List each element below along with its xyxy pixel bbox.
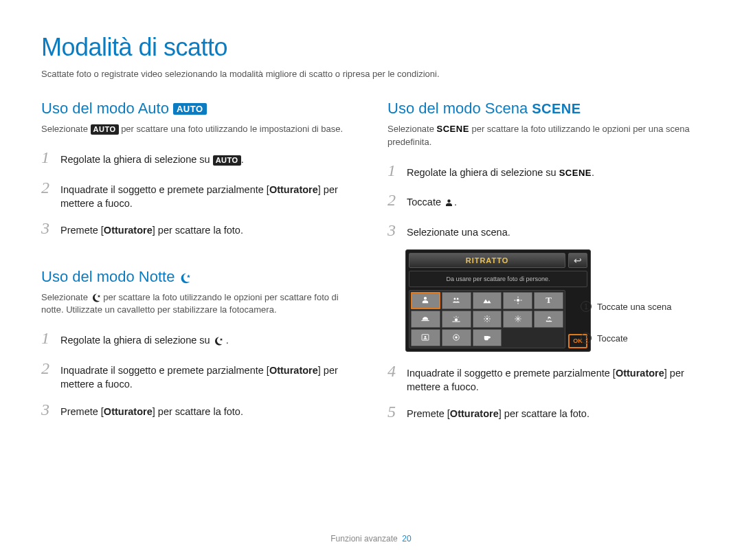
- step-text: Regolate la ghiera di selezione su AUTO.: [60, 153, 355, 166]
- scene-cell-landscape[interactable]: [473, 292, 502, 309]
- callout-2-text: Toccate: [597, 333, 628, 344]
- svg-rect-12: [453, 322, 460, 322]
- scene-cell-selfshot[interactable]: [411, 329, 440, 346]
- auto-badge-sm-icon: AUTO: [213, 155, 241, 166]
- callout-2-icon: 2: [581, 333, 592, 344]
- scene-cell-fireworks[interactable]: [503, 311, 532, 328]
- step-text: Inquadrate il soggetto e premete parzial…: [60, 363, 355, 392]
- scene-badge-sm-icon: SCENE: [437, 124, 469, 134]
- scene-cell-cafe[interactable]: [473, 329, 502, 346]
- svg-point-3: [454, 298, 456, 300]
- step-text: Toccate .: [407, 195, 701, 209]
- steps-scena-b: 4 Inquadrate il soggetto e premete parzi…: [387, 360, 701, 424]
- svg-point-11: [455, 318, 458, 321]
- svg-line-28: [518, 319, 521, 322]
- svg-marker-2: [219, 338, 223, 341]
- svg-line-14: [454, 317, 455, 317]
- footer: Funzioni avanzate 20: [0, 534, 742, 544]
- step-text: Premete [Otturatore] per scattare la fot…: [60, 223, 355, 237]
- lcd-callouts: 1Toccate una scena 2Toccate: [581, 301, 671, 364]
- desc-auto: Selezionate AUTO per scattare una foto u…: [41, 123, 355, 135]
- desc-scena: Selezionate SCENE per scattare la foto u…: [387, 123, 701, 148]
- steps-scena-a: 1 Regolate la ghiera di selezione su SCE…: [387, 159, 701, 243]
- scene-cell-children[interactable]: [442, 292, 471, 309]
- svg-point-36: [455, 336, 458, 339]
- night-moon-icon: [179, 271, 191, 283]
- step-text: Premete [Otturatore] per scattare la fot…: [60, 405, 355, 418]
- scene-cell-food[interactable]: [442, 329, 471, 346]
- svg-rect-10: [422, 320, 429, 321]
- svg-point-5: [517, 299, 519, 302]
- svg-point-4: [457, 298, 459, 300]
- svg-line-23: [488, 317, 489, 317]
- desc-notte: Selezionate per scattare la foto utilizz…: [41, 291, 355, 316]
- scene-cell-dawn[interactable]: [442, 311, 471, 328]
- page-subtitle: Scattate foto o registrate video selezio…: [41, 69, 701, 79]
- svg-marker-0: [187, 275, 190, 278]
- scene-cell-beach[interactable]: [534, 311, 563, 328]
- page-number: 20: [402, 534, 411, 544]
- auto-badge-icon: AUTO: [173, 103, 207, 115]
- section-notte: Uso del modo Notte Selezionate per scatt…: [41, 268, 355, 421]
- step-text: Inquadrate il soggetto e premete parzial…: [60, 183, 355, 211]
- heading-scena-text: Uso del modo Scena: [387, 100, 528, 117]
- svg-line-24: [484, 320, 485, 321]
- heading-auto: Uso del modo Auto AUTO: [41, 100, 355, 117]
- svg-point-34: [425, 336, 427, 338]
- back-icon[interactable]: ↩: [568, 253, 587, 268]
- scene-grid: T: [409, 290, 565, 348]
- step-text: Selezionate una scena.: [407, 225, 701, 239]
- heading-notte: Uso del modo Notte: [41, 268, 355, 286]
- svg-line-32: [515, 317, 518, 320]
- heading-notte-text: Uso del modo Notte: [41, 268, 175, 286]
- heading-auto-text: Uso del modo Auto: [41, 100, 169, 117]
- step-text: Regolate la ghiera di selezione su .: [60, 333, 355, 347]
- scene-badge-sm-icon: SCENE: [559, 168, 592, 178]
- lcd-desc: Da usare per scattare foto di persone.: [409, 271, 587, 287]
- auto-badge-sm-icon: AUTO: [91, 124, 119, 135]
- svg-line-26: [518, 317, 521, 320]
- night-moon-sm-icon: [91, 293, 101, 303]
- step-text: Inquadrate il soggetto e premete parzial…: [407, 366, 701, 394]
- portrait-sm-icon: [444, 198, 454, 208]
- page-title: Modalità di scatto: [41, 33, 701, 62]
- svg-line-22: [488, 320, 489, 321]
- scene-cell-backlight[interactable]: [473, 311, 502, 328]
- section-scena: Uso del modo Scena SCENE Selezionate SCE…: [387, 100, 701, 424]
- svg-point-16: [486, 318, 488, 320]
- heading-scena: Uso del modo Scena SCENE: [387, 100, 701, 117]
- scene-cell-portrait[interactable]: [411, 292, 440, 309]
- scene-cell-closeup[interactable]: [503, 292, 532, 309]
- svg-marker-1: [97, 295, 100, 298]
- scene-cell-sunset[interactable]: [411, 311, 440, 328]
- svg-line-15: [458, 317, 458, 317]
- step-text: Premete [Otturatore] per scattare la fot…: [407, 407, 701, 421]
- steps-notte: 1 Regolate la ghiera di selezione su . 2…: [41, 327, 355, 421]
- svg-line-30: [515, 319, 518, 322]
- steps-auto: 1 Regolate la ghiera di selezione su AUT…: [41, 146, 355, 240]
- lcd-title: RITRATTO: [409, 253, 565, 268]
- callout-1-icon: 1: [581, 301, 592, 312]
- section-auto: Uso del modo Auto AUTO Selezionate AUTO …: [41, 100, 355, 240]
- svg-line-21: [484, 317, 485, 317]
- night-moon-sm-icon: [213, 336, 223, 346]
- scene-badge-icon: SCENE: [532, 101, 581, 117]
- step-text: Regolate la ghiera di selezione su SCENE…: [407, 166, 701, 179]
- footer-label: Funzioni avanzate: [330, 534, 397, 544]
- content-columns: Uso del modo Auto AUTO Selezionate AUTO …: [41, 100, 701, 451]
- callout-1-text: Toccate una scena: [597, 302, 671, 312]
- scene-cell-text[interactable]: T: [534, 292, 563, 309]
- scene-lcd: RITRATTO ↩ Da usare per scattare foto di…: [405, 249, 591, 352]
